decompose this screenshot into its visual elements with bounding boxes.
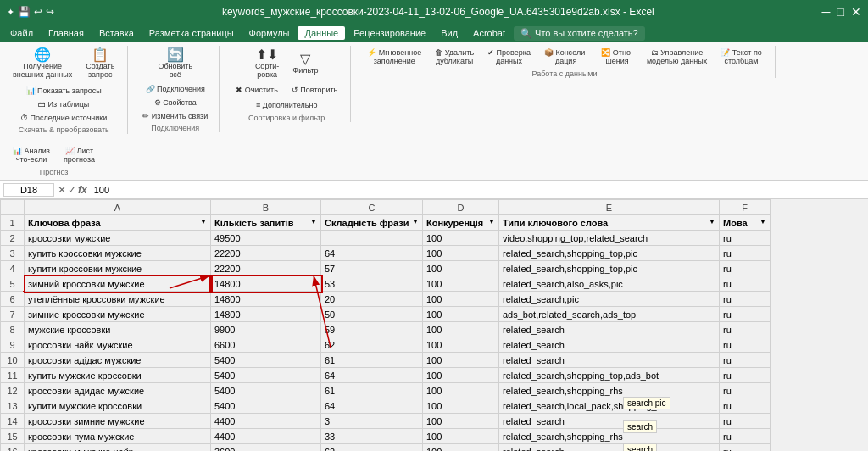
cell-b13[interactable]: 5400: [211, 398, 321, 414]
cell-d7[interactable]: 100: [423, 307, 499, 322]
row-number-5[interactable]: 5: [1, 276, 25, 292]
col-header-a[interactable]: A: [25, 200, 211, 215]
cell-b8[interactable]: 9900: [211, 322, 321, 337]
cell-f15[interactable]: ru: [720, 429, 771, 444]
cell-a4[interactable]: купити кроссовки мужские: [25, 261, 211, 276]
row-number-6[interactable]: 6: [1, 292, 25, 307]
row-number-1[interactable]: 1: [1, 215, 25, 231]
cell-e8[interactable]: related_search: [499, 322, 720, 337]
cell-c13[interactable]: 64: [321, 398, 423, 414]
refresh-btn[interactable]: 🔄 Обновитьвсё: [152, 46, 198, 81]
row-number-2[interactable]: 2: [1, 231, 25, 246]
what-if-btn[interactable]: 📊 Анализчто-если: [7, 144, 56, 166]
cell-d9[interactable]: 100: [423, 337, 499, 353]
cell-d6[interactable]: 100: [423, 292, 499, 307]
cell-b2[interactable]: 49500: [211, 231, 321, 246]
col-header-e[interactable]: E: [499, 200, 720, 215]
menu-review[interactable]: Рецензирование: [347, 26, 432, 40]
cell-c9[interactable]: 62: [321, 337, 423, 353]
cell-f13[interactable]: ru: [720, 398, 771, 414]
cell-d15[interactable]: 100: [423, 429, 499, 444]
cell-c15[interactable]: 33: [321, 429, 423, 444]
cell-d14[interactable]: 100: [423, 414, 499, 429]
cell-f7[interactable]: ru: [720, 307, 771, 322]
clear-btn[interactable]: ✖ Очистить: [230, 83, 284, 97]
cell-b15[interactable]: 4400: [211, 429, 321, 444]
cell-d13[interactable]: 100: [423, 398, 499, 414]
row-number-9[interactable]: 9: [1, 337, 25, 353]
cell-c7[interactable]: 50: [321, 307, 423, 322]
col-header-f[interactable]: F: [720, 200, 771, 215]
menu-insert[interactable]: Вставка: [92, 26, 141, 40]
last-sources-btn[interactable]: ⏱ Последние источники: [16, 112, 111, 124]
cell-c1[interactable]: Складність фрази▼: [321, 215, 423, 231]
cell-e5[interactable]: related_search,also_asks,pic: [499, 276, 720, 292]
cell-e14[interactable]: related_search: [499, 414, 720, 429]
cell-c4[interactable]: 57: [321, 261, 423, 276]
cell-b16[interactable]: 3600: [211, 444, 321, 452]
cell-e11[interactable]: related_search,shopping_top,ads_bot: [499, 368, 720, 383]
get-external-data-btn[interactable]: 🌐 Получениевнешних данных: [7, 46, 78, 81]
sort-btn[interactable]: ⬆⬇ Сорти-ровка: [249, 46, 285, 81]
row-number-4[interactable]: 4: [1, 261, 25, 276]
row-number-7[interactable]: 7: [1, 307, 25, 322]
cell-a8[interactable]: мужские кроссовки: [25, 322, 211, 337]
cell-b10[interactable]: 5400: [211, 353, 321, 368]
cell-a6[interactable]: утеплённые кроссовки мужские: [25, 292, 211, 307]
quick-access-save[interactable]: 💾: [18, 6, 31, 18]
cell-a7[interactable]: зимние кроссовки мужские: [25, 307, 211, 322]
row-number-3[interactable]: 3: [1, 246, 25, 261]
maximize-button[interactable]: □: [837, 5, 844, 19]
formula-input[interactable]: [91, 184, 865, 196]
forecast-sheet-btn[interactable]: 📈 Листпрогноза: [58, 144, 101, 166]
cell-b3[interactable]: 22200: [211, 246, 321, 261]
edit-links-btn[interactable]: ✏ Изменить связи: [138, 110, 212, 122]
cell-e9[interactable]: related_search: [499, 337, 720, 353]
cell-b4[interactable]: 22200: [211, 261, 321, 276]
cell-e15[interactable]: related_search,shopping_rhs: [499, 429, 720, 444]
cell-f10[interactable]: ru: [720, 353, 771, 368]
cell-e3[interactable]: related_search,shopping_top,pic: [499, 246, 720, 261]
cell-e16[interactable]: related_search: [499, 444, 720, 452]
cell-c10[interactable]: 61: [321, 353, 423, 368]
menu-view[interactable]: Вид: [434, 26, 465, 40]
cell-f2[interactable]: ru: [720, 231, 771, 246]
menu-search[interactable]: 🔍 Что вы хотите сделать?: [514, 26, 645, 41]
cell-a14[interactable]: кроссовки зимние мужские: [25, 414, 211, 429]
cell-d4[interactable]: 100: [423, 261, 499, 276]
cell-f8[interactable]: ru: [720, 322, 771, 337]
cell-a11[interactable]: купить мужские кроссовки: [25, 368, 211, 383]
cell-f12[interactable]: ru: [720, 383, 771, 398]
manage-model-btn[interactable]: 🗂 Управлениемоделью данных: [641, 46, 713, 68]
properties-btn[interactable]: ⚙ Свойства: [150, 97, 201, 109]
cell-c12[interactable]: 61: [321, 383, 423, 398]
cell-d3[interactable]: 100: [423, 246, 499, 261]
cell-d16[interactable]: 100: [423, 444, 499, 452]
cell-d8[interactable]: 100: [423, 322, 499, 337]
cell-f1[interactable]: Мова▼: [720, 215, 771, 231]
row-number-12[interactable]: 12: [1, 383, 25, 398]
row-number-14[interactable]: 14: [1, 414, 25, 429]
cell-a2[interactable]: кроссовки мужские: [25, 231, 211, 246]
cell-e6[interactable]: related_search,pic: [499, 292, 720, 307]
cell-f11[interactable]: ru: [720, 368, 771, 383]
cell-e7[interactable]: ads_bot,related_search,ads_top: [499, 307, 720, 322]
col-header-b[interactable]: B: [211, 200, 321, 215]
cell-b7[interactable]: 14800: [211, 307, 321, 322]
cell-c6[interactable]: 20: [321, 292, 423, 307]
connections-btn[interactable]: 🔗 Подключения: [142, 83, 209, 95]
row-number-16[interactable]: 16: [1, 444, 25, 452]
cell-b9[interactable]: 6600: [211, 337, 321, 353]
row-number-11[interactable]: 11: [1, 368, 25, 383]
cell-d2[interactable]: 100: [423, 231, 499, 246]
cell-reference-input[interactable]: [3, 183, 54, 197]
formula-confirm-icon[interactable]: ✓: [68, 184, 76, 196]
cell-e13[interactable]: related_search,local_pack,shopping_t: [499, 398, 720, 414]
row-number-15[interactable]: 15: [1, 429, 25, 444]
cell-c16[interactable]: 62: [321, 444, 423, 452]
cell-c3[interactable]: 64: [321, 246, 423, 261]
cell-a5[interactable]: зимний кроссовки мужские: [25, 276, 211, 292]
cell-e2[interactable]: video,shopping_top,related_search: [499, 231, 720, 246]
row-number-8[interactable]: 8: [1, 322, 25, 337]
show-queries-btn[interactable]: 📊 Показать запросы: [22, 85, 106, 97]
